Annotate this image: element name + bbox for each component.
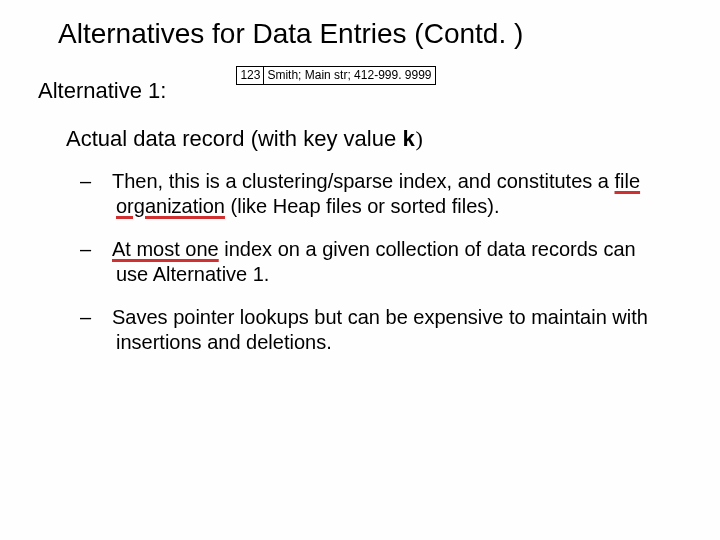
bullet-list: –Then, this is a clustering/sparse index… — [98, 169, 662, 355]
bullet-post: (like Heap files or sorted files). — [225, 195, 500, 217]
list-item: –Then, this is a clustering/sparse index… — [98, 169, 662, 219]
data-record: 123 Smith; Main str; 412-999. 9999 — [236, 66, 435, 85]
alternative-label: Alternative 1: — [38, 78, 166, 104]
slide-title: Alternatives for Data Entries (Contd. ) — [58, 18, 682, 50]
subheading-post: ) — [415, 126, 422, 151]
record-key-cell: 123 — [236, 66, 263, 85]
bullet-underline: At most one — [112, 238, 219, 260]
list-item: –At most one index on a given collection… — [98, 237, 662, 287]
subheading-pre: Actual data record (with key value — [66, 126, 402, 151]
bullet-pre: Saves pointer lookups but can be expensi… — [112, 306, 648, 353]
bullet-pre: Then, this is a clustering/sparse index,… — [112, 170, 615, 192]
key-variable: k — [402, 128, 415, 153]
list-item: –Saves pointer lookups but can be expens… — [98, 305, 662, 355]
record-rest-cell: Smith; Main str; 412-999. 9999 — [263, 66, 435, 85]
subheading: Actual data record (with key value k) — [66, 126, 682, 153]
